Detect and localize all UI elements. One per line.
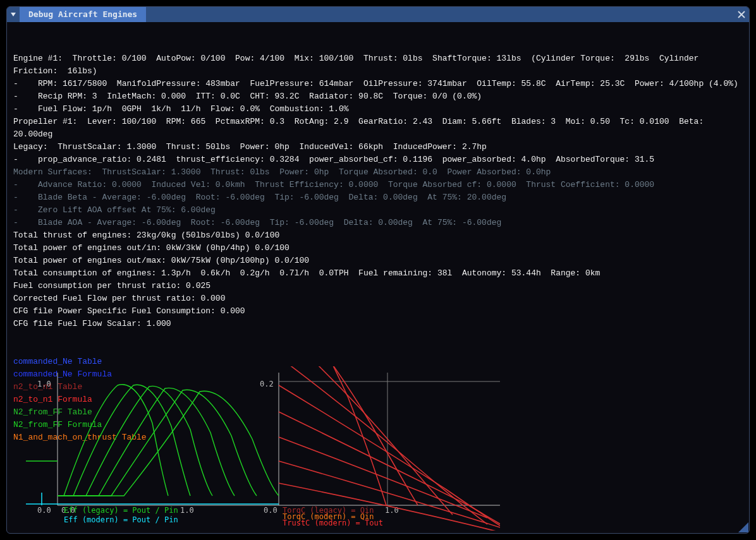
debug-content: Engine #1: Throttle: 0/100 AutoPow: 0/10…	[7, 22, 749, 533]
debug-line-8: - Advance Ratio: 0.0000 Induced Vel: 0.0…	[13, 179, 743, 191]
debug-line-18: CFG file Power Specific Fuel Consumption…	[13, 305, 743, 318]
debug-line-11: - Blade AOA - Average: -6.00deg Root: -6…	[13, 217, 743, 229]
debug-line-6: - prop_advance_ratio: 0.2481 thrust_effi…	[13, 153, 743, 166]
chart-area: 1.0 0.0 0.0 1.0 0.2 0.0 1.0 Eff (legacy)…	[26, 366, 500, 531]
close-button[interactable]	[734, 7, 749, 22]
debug-line-19: CFG file Fuel Flow Scalar: 1.000	[13, 318, 743, 330]
collapse-icon[interactable]	[7, 7, 20, 22]
debug-line-14: Total power of engines out/max: 0kW/75kW…	[13, 255, 743, 267]
debug-line-5: Legacy: ThrustScalar: 1.3000 Thrust: 50l…	[13, 141, 743, 153]
debug-line-17: Corrected Fuel Flow per thrust ratio: 0.…	[13, 292, 743, 305]
debug-line-10: - Zero Lift AOA offset At 75%: 6.00deg	[13, 204, 743, 217]
debug-line-1: - RPM: 1617/5800 ManifoldPressure: 483mb…	[13, 78, 743, 90]
debug-line-12: Total thrust of engines: 23kg/0kg (50lbs…	[13, 229, 743, 242]
svg-marker-12	[738, 522, 748, 532]
window-title: Debug Aircraft Engines	[20, 7, 146, 22]
debug-window: Debug Aircraft Engines Engine #1: Thrott…	[6, 6, 750, 534]
close-icon	[738, 11, 745, 18]
titlebar[interactable]: Debug Aircraft Engines	[7, 7, 749, 22]
debug-line-9: - Blade Beta - Average: -6.00deg Root: -…	[13, 191, 743, 204]
debug-line-4: Propeller #1: Lever: 100/100 RPM: 665 Pc…	[13, 116, 743, 141]
debug-line-13: Total power of engines out/in: 0kW/3kW (…	[13, 242, 743, 255]
debug-line-16: Fuel consumption per thrust ratio: 0.025	[13, 280, 743, 292]
debug-line-15: Total consumption of engines: 1.3p/h 0.6…	[13, 267, 743, 280]
debug-line-0: Engine #1: Throttle: 0/100 AutoPow: 0/10…	[13, 52, 743, 78]
resize-grip-icon[interactable]	[738, 522, 748, 532]
chart-svg	[26, 366, 500, 531]
debug-line-3: - Fuel Flow: 1p/h 0GPH 1k/h 1l/h Flow: 0…	[13, 103, 743, 116]
debug-line-2: - Recip RPM: 3 InletMach: 0.000 ITT: 0.0…	[13, 90, 743, 103]
debug-line-7: Modern Surfaces: ThrustScalar: 1.3000 Th…	[13, 166, 743, 179]
svg-marker-0	[11, 13, 16, 16]
